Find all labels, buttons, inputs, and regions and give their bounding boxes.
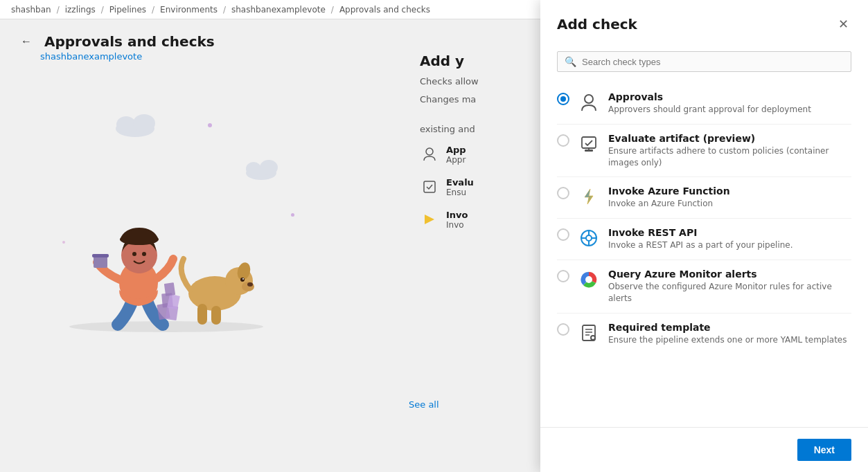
query-azure-monitor-desc: Observe the configured Azure Monitor rul… [608, 281, 851, 305]
invoke-azure-function-name: Invoke Azure Function [608, 185, 851, 197]
right-panel-title: Add y [420, 53, 529, 69]
breadcrumb-sep-3: / [152, 5, 154, 15]
back-button[interactable]: ← [17, 34, 36, 49]
check-item-invoke-name-preview: Invo [446, 210, 468, 220]
svg-rect-23 [92, 254, 109, 257]
svg-marker-31 [425, 215, 434, 224]
invoke-rest-api-name: Invoke REST API [608, 227, 851, 238]
radio-invoke-rest-api[interactable] [557, 228, 569, 241]
svg-point-32 [585, 95, 593, 103]
svg-rect-15 [211, 306, 221, 325]
approvals-icon [578, 91, 600, 114]
evaluate-artifact-name: Evaluate artifact (preview) [608, 133, 851, 144]
check-item-evaluate-preview: Evalu Ensu [420, 177, 529, 197]
search-input[interactable] [582, 57, 844, 67]
check-type-evaluate-artifact[interactable]: Evaluate artifact (preview) Ensure artif… [557, 125, 851, 178]
breadcrumb-sep-5: / [331, 5, 334, 15]
svg-point-20 [132, 252, 136, 256]
check-item-approvals-preview: App Appr [420, 145, 529, 165]
close-button[interactable]: ✕ [835, 14, 851, 35]
check-type-invoke-rest-api[interactable]: Invoke REST API Invoke a REST API as a p… [557, 219, 851, 260]
illustration-area [14, 89, 402, 352]
check-item-invoke-preview: Invo Invo [420, 210, 529, 230]
svg-marker-37 [585, 189, 593, 204]
required-template-desc: Ensure the pipeline extends one or more … [608, 334, 851, 346]
svg-point-13 [242, 278, 244, 280]
svg-rect-28 [164, 282, 175, 296]
check-type-query-azure-monitor[interactable]: Query Azure Monitor alerts Observe the c… [557, 260, 851, 314]
svg-point-29 [426, 148, 433, 155]
svg-rect-34 [585, 149, 593, 152]
right-panel-desc1: Checks allow [420, 75, 529, 89]
svg-point-21 [142, 252, 146, 256]
required-template-icon [578, 322, 600, 344]
search-icon: 🔍 [565, 56, 576, 67]
breadcrumb-item-1[interactable]: shashban [11, 5, 51, 15]
see-all-link[interactable]: See all [409, 399, 439, 410]
invoke-rest-api-desc: Invoke a REST API as a part of your pipe… [608, 239, 851, 251]
breadcrumb-item-2[interactable]: izzlings [65, 5, 96, 15]
overlay-title: Add check [557, 16, 637, 33]
check-types-list: Approvals Approvers should grant approva… [540, 83, 868, 427]
breadcrumb-item-6: Approvals and checks [339, 5, 430, 15]
overlay-footer: Next [540, 427, 868, 472]
check-item-approvals-desc-preview: Appr [446, 155, 466, 165]
approvals-preview-icon [420, 145, 439, 164]
next-button[interactable]: Next [797, 439, 851, 461]
breadcrumb-sep-4: / [223, 5, 226, 15]
required-template-name: Required template [608, 322, 851, 333]
right-panel-desc2: Changes ma [420, 93, 529, 107]
svg-point-51 [592, 336, 594, 339]
check-item-evaluate-desc-preview: Ensu [446, 188, 474, 197]
evaluate-preview-icon [420, 177, 439, 197]
check-type-required-template[interactable]: Required template Ensure the pipeline ex… [557, 314, 851, 354]
breadcrumb-sep-2: / [101, 5, 104, 15]
person-illustration [55, 155, 277, 338]
dot-2 [291, 213, 294, 217]
svg-point-2 [133, 114, 155, 132]
radio-invoke-azure-function[interactable] [557, 187, 569, 199]
cloud-left [111, 109, 159, 140]
query-azure-monitor-icon [578, 269, 600, 291]
page-title: Approvals and checks [44, 33, 215, 50]
main-area: ← Approvals and checks shashbanexamplevo… [0, 19, 540, 472]
right-panel-desc3: existing and [420, 122, 529, 136]
invoke-rest-api-icon [578, 227, 600, 249]
dot-1 [208, 123, 212, 127]
check-item-evaluate-name-preview: Evalu [446, 177, 474, 188]
approvals-name: Approvals [608, 91, 851, 102]
right-content-panel: Add y Checks allow Changes ma existing a… [409, 39, 540, 454]
breadcrumb-item-5[interactable]: shashbanexamplevote [231, 5, 326, 15]
add-check-panel: Add check ✕ 🔍 Approvals Approvers should… [540, 0, 868, 472]
invoke-azure-function-icon [578, 185, 600, 208]
svg-point-39 [586, 235, 592, 241]
radio-query-azure-monitor[interactable] [557, 270, 569, 282]
check-list-preview: App Appr Evalu Ensu [420, 145, 529, 230]
check-type-approvals[interactable]: Approvals Approvers should grant approva… [557, 83, 851, 125]
radio-evaluate-artifact[interactable] [557, 134, 569, 147]
svg-rect-14 [197, 304, 207, 325]
radio-approvals[interactable] [557, 93, 569, 105]
search-box[interactable]: 🔍 [557, 51, 851, 72]
evaluate-artifact-icon [578, 133, 600, 155]
overlay-header: Add check ✕ [540, 0, 868, 46]
svg-point-11 [247, 282, 253, 287]
check-type-invoke-azure-function[interactable]: Invoke Azure Function Invoke an Azure Fu… [557, 177, 851, 219]
svg-point-45 [585, 276, 592, 283]
breadcrumb-sep-1: / [57, 5, 60, 15]
breadcrumb-item-4[interactable]: Environments [160, 5, 218, 15]
check-item-approvals-name-preview: App [446, 145, 466, 155]
check-item-invoke-desc-preview: Invo [446, 220, 468, 230]
svg-point-12 [240, 278, 245, 282]
svg-point-1 [116, 116, 136, 133]
radio-required-template[interactable] [557, 323, 569, 336]
breadcrumb: shashban / izzlings / Pipelines / Enviro… [0, 0, 540, 19]
invoke-preview-icon [420, 210, 439, 229]
query-azure-monitor-name: Query Azure Monitor alerts [608, 269, 851, 280]
approvals-desc: Approvers should grant approval for depl… [608, 104, 851, 116]
invoke-azure-function-desc: Invoke an Azure Function [608, 198, 851, 210]
svg-rect-33 [582, 137, 596, 148]
evaluate-artifact-desc: Ensure artifacts adhere to custom polici… [608, 145, 851, 169]
svg-rect-30 [424, 181, 435, 192]
breadcrumb-item-3[interactable]: Pipelines [109, 5, 146, 15]
